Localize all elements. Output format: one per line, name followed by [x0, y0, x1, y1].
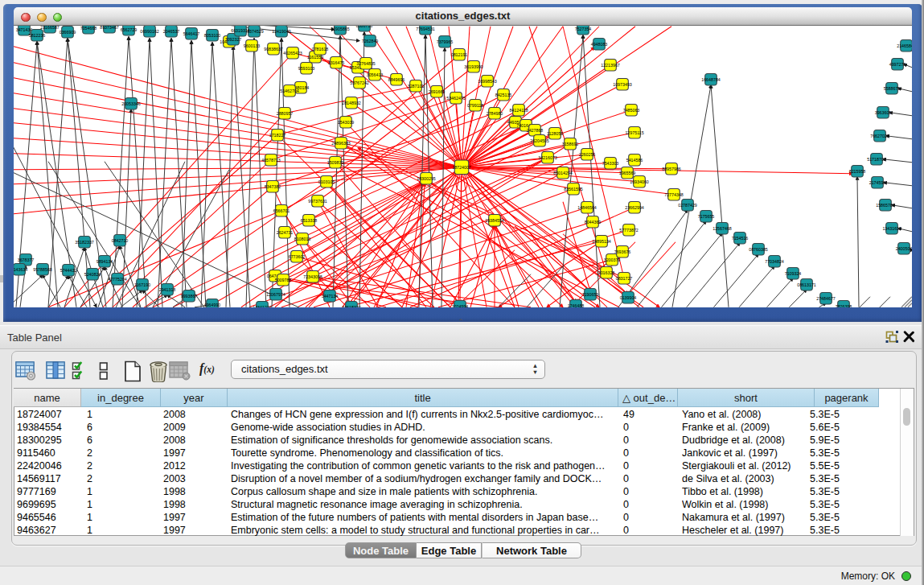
svg-text:2691669: 2691669 [429, 89, 446, 93]
svg-text:5240824: 5240824 [84, 271, 101, 276]
svg-text:85014294: 85014294 [553, 170, 573, 175]
svg-text:99737631: 99737631 [308, 198, 327, 203]
svg-text:5588675: 5588675 [884, 85, 901, 90]
svg-text:23166587: 23166587 [40, 26, 60, 30]
svg-text:1161559: 1161559 [307, 54, 323, 59]
svg-text:84124118: 84124118 [509, 107, 528, 112]
svg-text:66319314: 66319314 [231, 27, 250, 32]
svg-text:7054668: 7054668 [80, 26, 97, 31]
svg-text:72343098: 72343098 [303, 274, 322, 278]
svg-text:57773872: 57773872 [619, 227, 639, 232]
svg-text:6513338: 6513338 [301, 217, 318, 222]
svg-text:53767242: 53767242 [350, 80, 369, 84]
svg-text:0103105: 0103105 [318, 179, 335, 183]
svg-text:5414586: 5414586 [626, 157, 643, 162]
svg-text:8425135: 8425135 [495, 92, 512, 97]
svg-text:76627028: 76627028 [870, 133, 889, 138]
svg-text:1965569: 1965569 [619, 170, 636, 175]
svg-text:27484677: 27484677 [816, 295, 836, 300]
svg-text:53462475: 53462475 [446, 95, 466, 100]
svg-text:77034824: 77034824 [765, 258, 784, 263]
svg-text:8849696: 8849696 [388, 76, 405, 81]
svg-text:12213967: 12213967 [601, 62, 620, 67]
svg-text:4948083: 4948083 [591, 41, 608, 46]
svg-text:8215958: 8215958 [849, 168, 866, 173]
svg-text:28148932: 28148932 [342, 100, 361, 105]
svg-text:15865780: 15865780 [876, 202, 895, 207]
svg-text:0139904: 0139904 [620, 295, 637, 299]
svg-text:40265423: 40265423 [283, 50, 302, 55]
svg-text:7262849: 7262849 [362, 38, 379, 43]
svg-text:3056413: 3056413 [367, 72, 384, 76]
svg-text:0366909: 0366909 [60, 29, 76, 34]
svg-text:7175655: 7175655 [698, 213, 715, 218]
svg-text:16648784: 16648784 [701, 76, 721, 81]
svg-text:0831727: 0831727 [616, 275, 633, 280]
svg-text:0143634: 0143634 [14, 266, 27, 271]
svg-text:0781618: 0781618 [312, 46, 329, 51]
svg-text:2784980: 2784980 [487, 110, 503, 115]
svg-text:91905865: 91905865 [331, 26, 350, 31]
svg-text:18724007: 18724007 [452, 164, 471, 169]
svg-text:1509839: 1509839 [327, 159, 344, 164]
svg-text:5646417: 5646417 [183, 31, 200, 35]
svg-text:20053346: 20053346 [121, 101, 141, 105]
svg-text:7826398: 7826398 [836, 303, 852, 307]
svg-text:10973493: 10973493 [613, 81, 632, 86]
svg-text:2016328: 2016328 [598, 270, 615, 274]
svg-text:2624731: 2624731 [277, 229, 294, 234]
svg-text:3092327: 3092327 [225, 36, 242, 41]
svg-text:21465840: 21465840 [897, 43, 912, 47]
svg-text:3963605: 3963605 [875, 109, 892, 114]
svg-text:0812191: 0812191 [451, 51, 468, 56]
svg-text:0842710: 0842710 [112, 237, 129, 242]
svg-text:2046537: 2046537 [163, 28, 180, 33]
svg-text:19384554: 19384554 [485, 217, 504, 222]
svg-text:2174596: 2174596 [869, 179, 886, 184]
svg-text:8347382: 8347382 [265, 183, 281, 188]
svg-text:1543039: 1543039 [338, 119, 355, 124]
svg-text:14895134: 14895134 [592, 238, 611, 243]
svg-text:35182337: 35182337 [75, 239, 94, 244]
svg-text:1024994: 1024994 [452, 303, 469, 307]
svg-text:6566701: 6566701 [273, 208, 290, 212]
svg-text:24896383: 24896383 [331, 140, 351, 145]
svg-text:3678377: 3678377 [18, 257, 35, 262]
svg-text:9600133: 9600133 [244, 43, 261, 47]
svg-text:6562729: 6562729 [121, 27, 138, 31]
svg-text:2427868: 2427868 [527, 127, 544, 132]
svg-text:14846564: 14846564 [577, 204, 597, 209]
svg-text:88957986: 88957986 [662, 166, 681, 171]
svg-text:51462704: 51462704 [280, 88, 299, 93]
svg-text:0799118: 0799118 [467, 102, 483, 107]
svg-text:7527354: 7527354 [575, 26, 592, 31]
svg-text:7485063: 7485063 [623, 107, 640, 112]
svg-text:34216073: 34216073 [538, 154, 557, 159]
svg-text:7190659: 7190659 [582, 291, 599, 296]
svg-text:08760385: 08760385 [749, 246, 768, 251]
svg-text:72774348: 72774348 [664, 192, 684, 196]
svg-text:3200379: 3200379 [604, 257, 621, 262]
svg-text:06990162: 06990162 [140, 28, 159, 33]
svg-text:7154516: 7154516 [732, 235, 749, 240]
svg-text:1746488: 1746488 [568, 303, 585, 307]
svg-text:13341232: 13341232 [253, 304, 272, 307]
svg-text:3447134: 3447134 [322, 293, 339, 298]
svg-text:6773602: 6773602 [289, 253, 306, 258]
svg-text:12419049: 12419049 [272, 28, 291, 33]
svg-text:8044369: 8044369 [585, 219, 602, 224]
svg-text:9894134: 9894134 [97, 258, 113, 263]
svg-text:83561595: 83561595 [564, 186, 583, 191]
svg-text:47775204: 47775204 [108, 276, 127, 281]
svg-text:90838637: 90838637 [264, 46, 283, 51]
svg-text:7693676: 7693676 [614, 249, 631, 253]
svg-text:02787429: 02787429 [678, 202, 697, 207]
svg-text:12567468: 12567468 [713, 225, 732, 230]
svg-text:2880957: 2880957 [277, 110, 294, 115]
svg-text:4997278: 4997278 [889, 61, 906, 66]
svg-text:3287101: 3287101 [408, 83, 425, 88]
svg-text:4964990: 4964990 [204, 302, 221, 307]
svg-text:23662994: 23662994 [625, 204, 644, 209]
svg-text:1718227: 1718227 [269, 132, 286, 137]
svg-text:2260256: 2260256 [579, 151, 596, 156]
